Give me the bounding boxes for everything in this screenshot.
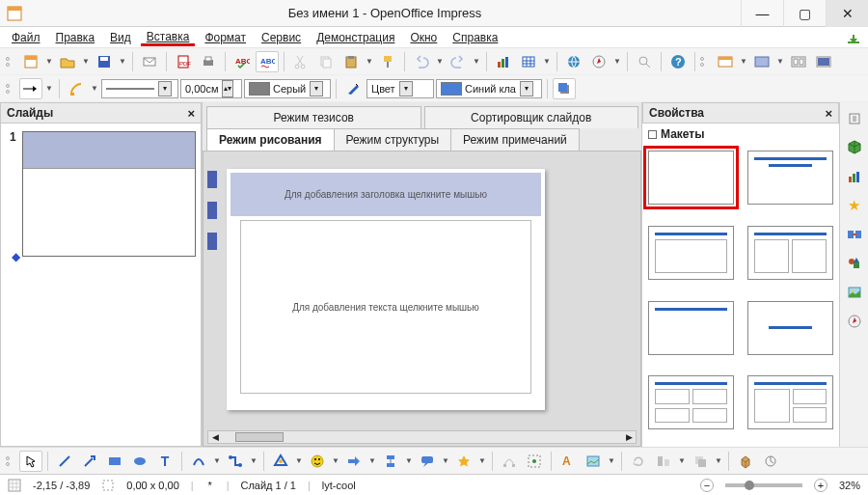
flowchart-tool[interactable] bbox=[379, 451, 402, 472]
ellipse-tool[interactable] bbox=[128, 451, 151, 472]
drawbar-handle[interactable] bbox=[6, 456, 14, 466]
text-tool[interactable]: T bbox=[153, 451, 176, 472]
tab-structure[interactable]: Режим структуры bbox=[334, 128, 452, 151]
zoom-value[interactable]: 32% bbox=[839, 480, 860, 491]
layout-title-2content[interactable] bbox=[747, 226, 833, 280]
rect-tool[interactable] bbox=[103, 451, 126, 472]
table-dropdown[interactable]: ▼ bbox=[542, 57, 552, 66]
arrange-tool[interactable] bbox=[689, 451, 712, 472]
help-button[interactable]: ? bbox=[666, 51, 690, 72]
redo-dropdown[interactable]: ▼ bbox=[472, 57, 481, 66]
zoom-slider[interactable] bbox=[725, 483, 802, 487]
connector-tool[interactable] bbox=[224, 451, 247, 472]
close-button[interactable]: ✕ bbox=[826, 0, 868, 27]
arrow-style-button[interactable] bbox=[19, 78, 42, 99]
open-dropdown[interactable]: ▼ bbox=[81, 57, 91, 66]
fontwork-tool[interactable]: A bbox=[556, 451, 580, 472]
slide-thumbnail-1[interactable]: 1 ◆ bbox=[22, 131, 196, 257]
star-tool[interactable] bbox=[452, 451, 475, 472]
points-tool[interactable] bbox=[498, 451, 521, 472]
line-tool[interactable] bbox=[53, 451, 76, 472]
glue-tool[interactable] bbox=[523, 451, 546, 472]
layouts-section-header[interactable]: Макеты bbox=[642, 124, 839, 145]
new-doc-button[interactable] bbox=[19, 51, 42, 72]
menu-slideshow[interactable]: Демонстрация bbox=[311, 29, 400, 46]
slide-props-dropdown[interactable]: ▼ bbox=[739, 57, 748, 66]
menu-tools[interactable]: Сервис bbox=[256, 29, 307, 46]
content-placeholder[interactable]: Для добавления текста щелкните мышью bbox=[240, 220, 531, 394]
menu-view[interactable]: Вид bbox=[104, 29, 137, 46]
undo-button[interactable] bbox=[410, 51, 433, 72]
layout-blank[interactable] bbox=[648, 151, 734, 205]
symbol-shapes-tool[interactable] bbox=[306, 451, 329, 472]
toolbar2-handle[interactable] bbox=[6, 84, 14, 94]
cut-button[interactable] bbox=[289, 51, 312, 72]
sidebar-shapes-icon[interactable] bbox=[844, 253, 865, 274]
mail-button[interactable] bbox=[138, 51, 161, 72]
menu-format[interactable]: Формат bbox=[199, 29, 252, 46]
sidebar-cube-icon[interactable] bbox=[844, 137, 865, 158]
sidebar-config-icon[interactable] bbox=[844, 108, 865, 129]
minimize-button[interactable]: — bbox=[741, 0, 783, 27]
menu-window[interactable]: Окно bbox=[404, 29, 443, 46]
basic-shapes-tool[interactable] bbox=[269, 451, 292, 472]
status-grid-icon[interactable] bbox=[8, 479, 21, 492]
slide-props-button[interactable] bbox=[714, 51, 737, 72]
fill-type-combo[interactable]: Цвет ▾ bbox=[366, 79, 434, 98]
open-button[interactable] bbox=[56, 51, 79, 72]
select-tool[interactable] bbox=[19, 451, 42, 472]
copy-button[interactable] bbox=[314, 51, 338, 72]
paste-dropdown[interactable]: ▼ bbox=[365, 57, 374, 66]
print-button[interactable] bbox=[197, 51, 220, 72]
callout-tool[interactable] bbox=[416, 451, 439, 472]
layout-title-content[interactable] bbox=[648, 226, 734, 280]
canvas-area[interactable]: Для добавления заголовка щелкните мышью … bbox=[203, 151, 641, 447]
line-style-combo[interactable]: ▾ bbox=[101, 79, 178, 98]
menu-file[interactable]: Файл bbox=[6, 29, 46, 46]
table-button[interactable] bbox=[517, 51, 540, 72]
slide-canvas[interactable]: Для добавления заголовка щелкните мышью … bbox=[227, 169, 545, 410]
zoom-button[interactable] bbox=[633, 51, 656, 72]
navigator-dropdown[interactable]: ▼ bbox=[612, 57, 622, 66]
block-arrow-tool[interactable] bbox=[342, 451, 366, 472]
hyperlink-button[interactable] bbox=[562, 51, 585, 72]
fill-color2-combo[interactable]: Синий кла ▾ bbox=[436, 79, 542, 98]
menu-insert[interactable]: Вставка bbox=[141, 28, 196, 46]
autospell-button[interactable]: ABC bbox=[256, 51, 279, 72]
slides-panel-close[interactable]: × bbox=[187, 106, 195, 121]
toolbar-handle[interactable] bbox=[6, 57, 14, 67]
arrow-line-tool[interactable] bbox=[78, 451, 101, 472]
slides-list[interactable]: 1 ◆ bbox=[0, 124, 202, 447]
save-dropdown[interactable]: ▼ bbox=[118, 57, 127, 66]
layout-title[interactable] bbox=[747, 151, 833, 205]
fill-color1-combo[interactable]: Серый ▾ bbox=[244, 79, 331, 98]
slide-layout-button[interactable] bbox=[787, 51, 810, 72]
arrow-style-dropdown[interactable]: ▼ bbox=[44, 84, 54, 93]
menu-edit[interactable]: Правка bbox=[50, 29, 101, 46]
sidebar-transition-icon[interactable] bbox=[844, 224, 865, 245]
paste-button[interactable] bbox=[339, 51, 363, 72]
extrusion-tool[interactable] bbox=[734, 451, 757, 472]
line-width-combo[interactable]: 0,00см ▴▾ bbox=[180, 79, 242, 98]
save-button[interactable] bbox=[93, 51, 116, 72]
tab-sorter[interactable]: Сортировщик слайдов bbox=[424, 106, 639, 128]
slide-design-dropdown[interactable]: ▼ bbox=[775, 57, 785, 66]
new-doc-dropdown[interactable]: ▼ bbox=[44, 57, 54, 66]
maximize-button[interactable]: ▢ bbox=[783, 0, 826, 27]
slide-design-button[interactable] bbox=[750, 51, 773, 72]
layout-1-2[interactable] bbox=[747, 375, 833, 429]
curve-tool[interactable] bbox=[187, 451, 210, 472]
layout-2x2[interactable] bbox=[648, 375, 734, 429]
update-icon[interactable] bbox=[845, 29, 862, 46]
zoom-in-button[interactable]: + bbox=[814, 479, 827, 492]
sidebar-chart-icon[interactable] bbox=[844, 166, 865, 187]
export-pdf-button[interactable]: PDF bbox=[172, 51, 195, 72]
toolbar-handle-2[interactable] bbox=[700, 57, 708, 67]
rotate-tool[interactable] bbox=[627, 451, 650, 472]
line-color-button[interactable] bbox=[65, 78, 88, 99]
properties-panel-close[interactable]: × bbox=[825, 106, 832, 121]
menu-help[interactable]: Справка bbox=[447, 29, 503, 46]
format-paint-button[interactable] bbox=[376, 51, 399, 72]
horizontal-scrollbar[interactable]: ◀▶ bbox=[207, 430, 637, 444]
navigator-button[interactable] bbox=[587, 51, 610, 72]
